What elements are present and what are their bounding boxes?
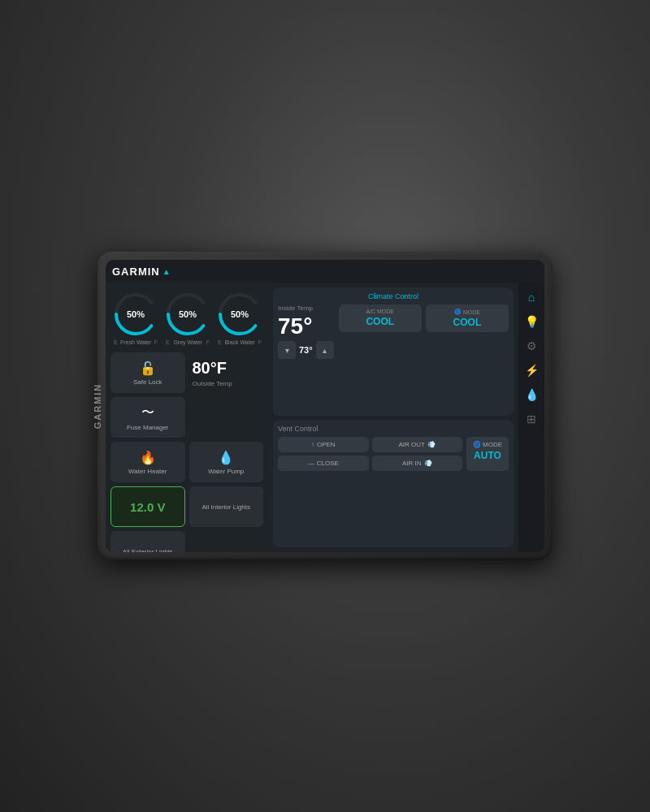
air-out-label: AIR OUT [399, 441, 425, 448]
screen: GARMIN ▲ [106, 260, 544, 552]
fan-mode-value: COOL [453, 317, 482, 328]
fresh-water-ef: E Fresh Water F [112, 339, 159, 345]
gw-label: Grey Water [173, 339, 202, 345]
grey-water-ef: E Grey Water F [164, 339, 211, 345]
voltage-display: 12.0 V [110, 486, 185, 527]
outside-temp-label: Outside Temp [193, 380, 232, 387]
sidebar-lightning-icon[interactable]: ⚡ [520, 359, 543, 382]
gauge-grey-water: 50% E Grey Water F [164, 291, 211, 345]
outside-temp-value: 80°F [193, 359, 227, 378]
ac-mode-label-text: A/C MODE [366, 309, 394, 314]
air-in-button[interactable]: AIR IN 💨 [372, 456, 463, 471]
all-interior-lights-button[interactable]: All Interior Lights [189, 486, 264, 527]
fresh-water-value: 50% [127, 309, 145, 319]
right-panel: Climate Control Inside Temp 75° ▾ 73° ▴ [268, 283, 518, 552]
garmin-logo: GARMIN ▲ [112, 266, 171, 278]
fan-mode-label: 🌀 MODE [454, 309, 480, 315]
all-exterior-label: All Exterior Lights [123, 548, 173, 553]
vent-fan-icon: 🌀 [473, 441, 481, 448]
ac-mode-label: A/C MODE [366, 309, 394, 314]
fan-mode-label-text: MODE [463, 309, 480, 315]
bw-f: F [258, 339, 262, 345]
grey-water-value: 50% [179, 309, 197, 319]
outer-scene: GARMIN GARMIN ▲ [0, 0, 650, 812]
air-in-icon: 💨 [424, 460, 432, 467]
ac-mode-value: COOL [366, 316, 394, 327]
water-pump-icon: 💧 [218, 450, 234, 465]
climate-title: Climate Control [278, 292, 509, 300]
voltage-value: 12.0 V [130, 500, 165, 514]
controls-grid: 🔓 Safe Lock 80°F Outside Temp 〜 Fuse Man… [110, 352, 263, 552]
vent-mode-value: AUTO [474, 450, 501, 461]
fw-label: Fresh Water [120, 339, 151, 345]
water-heater-button[interactable]: 🔥 Water Heater [110, 442, 185, 482]
sidebar-home-icon[interactable]: ⌂ [520, 286, 543, 309]
vent-close-button[interactable]: — CLOSE [278, 456, 369, 471]
vent-mode-top: 🌀 MODE [473, 441, 502, 448]
gw-f: F [206, 339, 210, 345]
vent-control-box: Vent Control ↑ OPEN AIR OUT 💨 [273, 420, 514, 548]
ac-mode-button[interactable]: A/C MODE COOL [339, 304, 422, 332]
gauge-fresh-water: 50% E Fresh Water F [112, 291, 159, 345]
gauge-black-water: 50% E Black Water F [216, 291, 263, 345]
vent-close-icon: — [308, 460, 314, 467]
water-pump-button[interactable]: 💧 Water Pump [189, 442, 264, 482]
air-in-label: AIR IN [402, 460, 422, 467]
garmin-side-label: GARMIN [93, 383, 102, 430]
air-out-button[interactable]: AIR OUT 💨 [372, 437, 463, 452]
water-pump-label: Water Pump [208, 468, 244, 475]
all-interior-label: All Interior Lights [202, 503, 250, 511]
left-panel: 50% E Fresh Water F [106, 283, 268, 552]
outside-temp-display: 80°F Outside Temp [189, 352, 264, 393]
garmin-brand-text: GARMIN [112, 266, 160, 278]
fw-f: F [154, 339, 158, 345]
black-water-gauge-canvas: 50% [216, 291, 263, 338]
device-bezel: GARMIN GARMIN ▲ [98, 252, 552, 560]
fan-mode-button[interactable]: 🌀 MODE COOL [426, 304, 509, 332]
gw-e: E [166, 339, 170, 345]
inside-temp-label: Inside Temp [278, 304, 334, 312]
fuse-manager-button[interactable]: 〜 Fuse Manager [110, 397, 185, 438]
vent-open-button[interactable]: ↑ OPEN [278, 437, 369, 452]
black-water-ef: E Black Water F [216, 339, 263, 345]
fuse-icon: 〜 [141, 404, 154, 421]
fresh-water-gauge-canvas: 50% [112, 291, 159, 338]
black-water-value: 50% [231, 309, 249, 319]
safe-lock-label: Safe Lock [133, 378, 162, 386]
sidebar-water-icon[interactable]: 💧 [520, 383, 543, 406]
sidebar-light-icon[interactable]: 💡 [520, 310, 543, 333]
setpoint-value: 73° [299, 345, 313, 355]
garmin-arrow-icon: ▲ [162, 267, 171, 276]
vent-open-label: OPEN [317, 441, 336, 448]
vent-title: Vent Control [278, 425, 509, 433]
air-out-icon: 💨 [427, 441, 436, 448]
setpoint-row: ▾ 73° ▴ [278, 341, 334, 359]
inside-temp-value: 75° [278, 315, 334, 338]
main-content: 50% E Fresh Water F [106, 283, 544, 552]
setpoint-down-button[interactable]: ▾ [278, 341, 296, 359]
fw-e: E [114, 339, 118, 345]
grey-water-gauge-canvas: 50% [164, 291, 211, 338]
vent-mode-button[interactable]: 🌀 MODE AUTO [466, 437, 509, 471]
vent-open-icon: ↑ [311, 441, 314, 448]
sidebar-gauge-icon[interactable]: ⊞ [520, 408, 543, 430]
vent-close-label: CLOSE [317, 460, 339, 467]
safe-lock-button[interactable]: 🔓 Safe Lock [110, 352, 185, 393]
setpoint-up-button[interactable]: ▴ [316, 341, 334, 359]
top-bar: GARMIN ▲ [106, 260, 544, 283]
placeholder-cell [189, 397, 264, 438]
vent-mode-label: MODE [483, 441, 502, 448]
sidebar-icons: ⌂ 💡 ⚙ ⚡ 💧 ⊞ [518, 283, 544, 552]
all-exterior-lights-button[interactable]: All Exterior Lights [110, 531, 185, 552]
bw-label: Black Water [224, 339, 254, 345]
fan-icon: 🌀 [454, 309, 462, 315]
sidebar-settings-icon[interactable]: ⚙ [520, 335, 543, 357]
water-heater-label: Water Heater [128, 468, 167, 475]
fuse-manager-label: Fuse Manager [127, 424, 169, 431]
gauge-row: 50% E Fresh Water F [110, 287, 263, 348]
climate-control-box: Climate Control Inside Temp 75° ▾ 73° ▴ [273, 287, 514, 416]
bw-e: E [218, 339, 222, 345]
water-heater-icon: 🔥 [140, 450, 156, 465]
lock-icon: 🔓 [140, 361, 156, 376]
